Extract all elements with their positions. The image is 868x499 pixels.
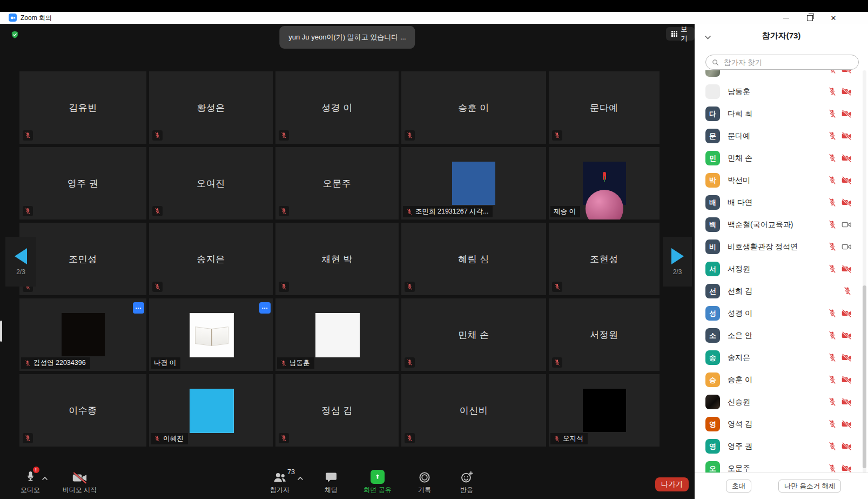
video-off-icon bbox=[842, 70, 852, 74]
participant-row[interactable]: 성 성경 이 bbox=[695, 302, 868, 324]
participant-name: 영석 김 bbox=[728, 420, 752, 429]
video-tile[interactable]: 오여진 bbox=[149, 147, 273, 219]
minimize-button[interactable] bbox=[778, 12, 794, 24]
participant-row[interactable]: 다 다희 최 bbox=[695, 103, 868, 125]
participants-button[interactable]: 73 참가자 bbox=[266, 469, 294, 495]
invite-button[interactable]: 초대 bbox=[726, 480, 751, 493]
status-icons bbox=[828, 464, 868, 473]
video-tile[interactable]: 오지석 bbox=[549, 374, 660, 447]
participant-row[interactable]: 민 민채 손 bbox=[695, 147, 868, 169]
mic-muted-icon bbox=[552, 357, 562, 368]
status-icons bbox=[828, 198, 868, 207]
scrollbar-thumb[interactable] bbox=[863, 285, 866, 468]
participant-row[interactable]: 서 서정원 bbox=[695, 258, 868, 280]
participant-row[interactable]: 소 소은 안 bbox=[695, 324, 868, 347]
tile-participant-name: 문다예 bbox=[549, 71, 660, 144]
video-tile[interactable]: 황성은 bbox=[149, 71, 273, 144]
avatar-initial: 오 bbox=[709, 464, 716, 474]
audio-button[interactable]: ! 오디오 bbox=[15, 469, 45, 495]
avatar-initial: 영 bbox=[709, 442, 716, 451]
video-tile[interactable]: 송지은 bbox=[149, 223, 273, 295]
search-input[interactable] bbox=[723, 58, 853, 67]
participants-panel: 참가자(73) bbox=[695, 24, 868, 499]
participant-row[interactable]: 송 송지은 bbox=[695, 347, 868, 369]
participant-name: 남동훈 bbox=[728, 87, 750, 97]
video-tile[interactable]: 혜림 심 bbox=[401, 223, 546, 295]
video-tile[interactable]: 서정원 bbox=[549, 298, 660, 371]
avatar-initial: 민 bbox=[709, 154, 716, 163]
chevron-up-icon[interactable] bbox=[42, 476, 48, 481]
tile-video-feed bbox=[315, 313, 360, 357]
chevron-up-icon[interactable] bbox=[297, 476, 304, 481]
next-page-button[interactable]: 2/3 bbox=[663, 237, 692, 287]
unmute-myself-button[interactable]: 나만 음소거 해제 bbox=[778, 480, 841, 493]
mic-icon: ! bbox=[25, 469, 36, 484]
restore-button[interactable] bbox=[802, 12, 818, 24]
video-tile[interactable]: 조민희 21931267 시각... bbox=[401, 147, 546, 219]
participant-row[interactable]: 승 승훈 이 bbox=[695, 369, 868, 391]
video-tile[interactable]: 김유빈 bbox=[19, 71, 146, 144]
avatar-initial: 박 bbox=[709, 176, 716, 185]
video-tile[interactable]: 영주 권 bbox=[19, 147, 146, 219]
participant-row[interactable]: 영 영주 권 bbox=[695, 435, 868, 457]
participant-row[interactable]: 오 오문주 bbox=[695, 457, 868, 473]
participant-search-box[interactable] bbox=[705, 55, 859, 70]
participants-icon: 73 bbox=[272, 469, 287, 484]
video-tile[interactable]: 남동훈 bbox=[275, 298, 399, 371]
participant-name: 문다예 bbox=[728, 131, 750, 141]
more-options-button[interactable] bbox=[259, 302, 271, 314]
participant-row[interactable]: 남동훈 bbox=[695, 81, 868, 103]
participant-list[interactable]: 남동훈 다 다희 최 bbox=[695, 70, 868, 473]
leave-button[interactable]: 나가기 bbox=[655, 477, 689, 491]
tile-video-feed bbox=[190, 313, 234, 357]
participant-row[interactable]: 신승원 bbox=[695, 391, 868, 413]
window-title: Zoom 회의 bbox=[21, 14, 52, 23]
security-shield-icon[interactable] bbox=[10, 30, 19, 39]
participant-row[interactable]: 백 백순철(국어교육과) bbox=[695, 214, 868, 236]
participant-row[interactable]: 영 영석 김 bbox=[695, 413, 868, 435]
video-off-icon bbox=[842, 198, 852, 207]
video-tile[interactable]: 정심 김 bbox=[275, 374, 399, 447]
video-tile[interactable]: 김성영 22034396 bbox=[19, 298, 146, 371]
previous-page-button[interactable]: 2/3 bbox=[5, 237, 36, 287]
participant-row[interactable]: 박 박선미 bbox=[695, 169, 868, 191]
video-off-icon bbox=[842, 331, 852, 340]
more-options-button[interactable] bbox=[133, 302, 144, 314]
video-tile[interactable]: 성경 이 bbox=[275, 71, 399, 144]
video-tile[interactable]: 채현 박 bbox=[275, 223, 399, 295]
video-tile[interactable]: 승훈 이 bbox=[401, 71, 546, 144]
reactions-button[interactable]: 반응 bbox=[454, 469, 480, 495]
reactions-smiley-icon bbox=[460, 469, 474, 484]
mic-muted-icon bbox=[828, 375, 837, 384]
panel-scrollbar[interactable] bbox=[863, 70, 866, 473]
tile-participant-name: 채현 박 bbox=[275, 223, 399, 295]
record-button[interactable]: 기록 bbox=[412, 469, 438, 495]
close-button[interactable]: ✕ bbox=[825, 12, 842, 24]
view-button[interactable]: 보기 bbox=[666, 27, 695, 41]
avatar: 다 bbox=[705, 107, 720, 121]
video-tile[interactable]: 민채 손 bbox=[401, 298, 546, 371]
participant-row[interactable]: 배 배 다연 bbox=[695, 191, 868, 214]
video-tile[interactable]: 이신비 bbox=[401, 374, 546, 447]
video-tile[interactable]: 문다예 bbox=[549, 71, 660, 144]
chat-button[interactable]: 채팅 bbox=[318, 469, 345, 495]
video-tile[interactable]: 이수종 bbox=[19, 374, 146, 447]
participant-row[interactable]: 비 비호생활관장 정석연 bbox=[695, 236, 868, 258]
sidebar-handle[interactable] bbox=[0, 321, 2, 342]
mic-muted-icon bbox=[280, 360, 287, 367]
avatar bbox=[705, 395, 720, 409]
share-screen-button[interactable]: 화면 공유 bbox=[359, 469, 396, 495]
planet-flower bbox=[604, 176, 605, 182]
participant-row[interactable]: 선 선희 김 bbox=[695, 280, 868, 302]
participant-row[interactable]: 문 문다예 bbox=[695, 125, 868, 147]
video-tile[interactable]: 조현성 bbox=[549, 223, 660, 295]
video-tile[interactable]: 나경 이 bbox=[149, 298, 273, 371]
video-tile[interactable]: 조민성 bbox=[19, 223, 146, 295]
tile-name-label: 오지석 bbox=[550, 433, 588, 444]
video-tile[interactable]: 오문주 bbox=[275, 147, 399, 219]
video-tile[interactable]: 제승 이 bbox=[549, 147, 660, 219]
tile-name-label: 제승 이 bbox=[550, 206, 580, 217]
participant-row[interactable] bbox=[695, 70, 868, 81]
start-video-button[interactable]: 비디오 시작 bbox=[57, 469, 103, 495]
video-tile[interactable]: 이혜진 bbox=[149, 374, 273, 447]
